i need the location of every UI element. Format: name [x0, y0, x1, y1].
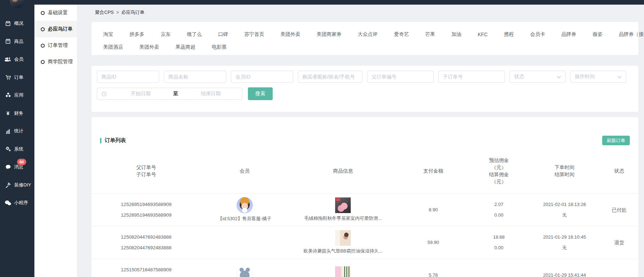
buyer-info-input[interactable]: [298, 71, 362, 83]
cell-product: 欧美诗蘑菇头气垫BB霜控油保湿持久...: [288, 230, 398, 255]
tab-brand-coupon-api[interactable]: 品牌券（接口）: [619, 31, 644, 38]
cell-order-no: 1251505716487588909 1251505716487588909: [91, 265, 201, 277]
refresh-orders-button[interactable]: 刷新订单: [602, 136, 630, 145]
operation-time-select[interactable]: 操作时间: [570, 71, 626, 83]
cell-order-no: 1252695194693588909 1252695194693588909: [91, 199, 201, 221]
cell-status: 退货: [600, 239, 638, 246]
column-line: 会员: [240, 167, 250, 174]
cell-amount: 8.90: [398, 206, 469, 213]
commission-estimated: 2.07: [494, 199, 503, 210]
end-date-placeholder[interactable]: 结束日期: [180, 91, 242, 97]
circle-icon: [41, 11, 45, 15]
status-select[interactable]: 状态: [510, 71, 566, 83]
sidebar-item-members[interactable]: 会员: [0, 50, 34, 69]
tab-meituan-waimai[interactable]: 美团外卖: [281, 31, 300, 38]
submenu-item-order-management[interactable]: 订单管理: [34, 37, 77, 54]
breadcrumb-root[interactable]: 聚合CPS: [95, 10, 114, 15]
sidebar-item-apps[interactable]: 应用: [0, 86, 34, 104]
child-order-no-input[interactable]: [438, 71, 505, 83]
circle-icon: [41, 27, 45, 31]
tab-ctrip[interactable]: 携程: [504, 31, 514, 38]
cell-time: 2021-01-29 15:41:44: [529, 270, 600, 277]
column-status: 状态: [600, 167, 638, 174]
wechat-icon: [5, 200, 11, 206]
sidebar-item-miniprogram[interactable]: 小程序: [0, 194, 34, 212]
sidebar-item-goods[interactable]: 商品: [0, 33, 34, 51]
tab-movie-ticket[interactable]: 电影票: [212, 44, 227, 50]
circle-icon: [41, 60, 45, 64]
product-image: [335, 197, 351, 213]
tab-member-card[interactable]: 会员卡: [530, 31, 545, 38]
table-header-row: 父订单号 子订单号 会员 商品信息 支付金额 预估佣金 （元） 结算佣金 （元）…: [91, 148, 638, 194]
tab-taobao[interactable]: 淘宝: [103, 31, 113, 38]
product-name-input[interactable]: [164, 71, 226, 83]
submenu-item-academy-management[interactable]: 商学院管理: [34, 54, 77, 70]
sidebar-item-label: 财务: [14, 110, 23, 116]
tab-meituan-hotel[interactable]: 美团酒店: [103, 44, 123, 50]
order-list-title-wrap: 订单列表: [100, 137, 126, 144]
column-line: （元）: [492, 178, 506, 185]
tab-suning[interactable]: 苏宁首页: [244, 31, 264, 38]
platform-tabs-panel: 淘宝 拼多多 京东 饿了么 口碑 苏宁首页 美团外卖 美团商家券 大众点评 爱奇…: [91, 22, 638, 55]
cart-icon: [5, 74, 11, 80]
tab-weizi[interactable]: 薇姿: [593, 31, 603, 38]
submenu-item-basic-settings[interactable]: 基础设置: [34, 5, 77, 21]
column-line: 下单时间: [555, 164, 574, 171]
messages-count-badge: 60: [17, 159, 26, 165]
parent-order-no: 1252695194693588909: [121, 199, 172, 210]
sidebar-item-diy[interactable]: 装修DIY: [0, 176, 34, 194]
column-order-no: 父订单号 子订单号: [91, 164, 201, 178]
sidebar-item-system[interactable]: 系统: [0, 140, 34, 158]
platform-tab-row-1: 淘宝 拼多多 京东 饿了么 口碑 苏宁首页 美团外卖 美团商家券 大众点评 爱奇…: [103, 28, 638, 41]
platform-tab-row-2: 美团酒店 美团外卖 果蔬商超 电影票: [103, 41, 638, 54]
sidebar-item-stats[interactable]: 统计: [0, 122, 34, 140]
tab-meituan-waimai-2[interactable]: 美团外卖: [139, 44, 159, 50]
tab-pinduoduo[interactable]: 拼多多: [129, 31, 144, 38]
sidebar-item-label: 小程序: [14, 200, 28, 206]
product-name: 欧美诗蘑菇头气垫BB霜控油保湿持久...: [304, 248, 383, 255]
sidebar-menu: 概况 商品 会员 订单 应用 ¥: [0, 15, 34, 212]
user-avatar[interactable]: [10, 0, 24, 8]
tab-eleme[interactable]: 饿了么: [187, 31, 202, 38]
tab-refuel[interactable]: 加油: [451, 31, 461, 38]
submenu-item-biyingniao-orders[interactable]: 必应鸟订单: [34, 21, 77, 37]
product-id-input[interactable]: [97, 71, 159, 83]
sidebar-item-label: 应用: [14, 92, 23, 98]
table-row[interactable]: 1252695194693588909 1252695194693588909 …: [91, 194, 638, 226]
status-select-placeholder: 状态: [514, 74, 524, 80]
tab-dianping[interactable]: 大众点评: [358, 31, 378, 38]
sidebar-item-messages[interactable]: 消息 60: [0, 158, 34, 176]
table-row[interactable]: 1250820447692483888 1250820447692483888 …: [91, 226, 638, 259]
sidebar-item-label: 概况: [14, 20, 23, 27]
tab-koubei[interactable]: 口碑: [218, 31, 228, 38]
column-line: 支付金额: [423, 167, 443, 174]
column-product: 商品信息: [288, 167, 398, 174]
tab-kfc[interactable]: KFC: [478, 32, 488, 37]
submenu-item-label: 商学院管理: [48, 59, 73, 65]
submenu-item-label: 订单管理: [48, 42, 68, 49]
overview-icon: [5, 21, 11, 27]
pay-amount: 8.90: [429, 206, 438, 213]
child-order-no: 1250820447692483888: [121, 243, 172, 253]
table-row[interactable]: 1251505716487588909 1251505716487588909 …: [91, 259, 638, 277]
member-avatar: [237, 197, 253, 213]
tab-mango[interactable]: 芒果: [425, 31, 435, 38]
tab-brand-coupon[interactable]: 品牌券: [561, 31, 576, 38]
column-time: 下单时间 结算时间: [529, 164, 600, 178]
tab-iqiyi[interactable]: 爱奇艺: [394, 31, 409, 38]
sidebar-item-finance[interactable]: ¥ 财务: [0, 104, 34, 123]
tab-jd[interactable]: 京东: [161, 31, 171, 38]
circle-icon: [41, 44, 45, 48]
cell-status: 已付款: [600, 206, 638, 213]
search-button[interactable]: 搜索: [248, 87, 273, 100]
sidebar-item-overview[interactable]: 概况: [0, 15, 34, 33]
gears-icon: [5, 146, 11, 152]
start-date-placeholder[interactable]: 开始日期: [110, 91, 172, 97]
parent-order-no-input[interactable]: [367, 71, 434, 83]
member-id-input[interactable]: [231, 71, 293, 83]
status-text: 已付款: [612, 206, 627, 213]
tab-grocery[interactable]: 果蔬商超: [176, 44, 195, 50]
date-range-picker[interactable]: 开始日期 至 结束日期: [97, 88, 242, 100]
sidebar-item-orders[interactable]: 订单: [0, 69, 34, 87]
tab-meituan-coupon[interactable]: 美团商家券: [317, 31, 342, 38]
